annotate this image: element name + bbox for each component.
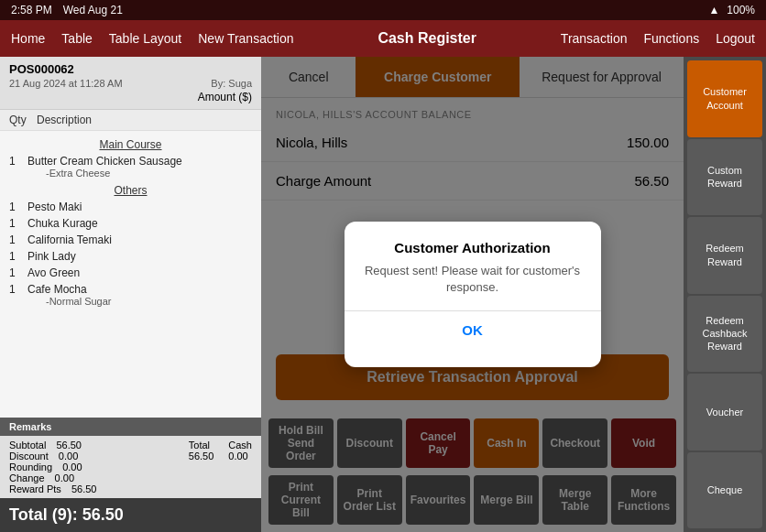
- nav-right: Transaction Functions Logout: [561, 31, 755, 46]
- nav-table-layout[interactable]: Table Layout: [109, 31, 181, 46]
- wifi-icon: ▲: [708, 4, 719, 16]
- order-by: By: Suga: [211, 78, 252, 89]
- battery-status: 100%: [727, 4, 755, 16]
- rounding-row: Rounding 0.00: [9, 461, 96, 472]
- nav-logout[interactable]: Logout: [716, 31, 755, 46]
- voucher-button[interactable]: Voucher: [687, 374, 762, 451]
- nav-functions[interactable]: Functions: [643, 31, 699, 46]
- alert-dialog: Customer Authorization Request sent! Ple…: [345, 222, 601, 367]
- change-row: Change 0.00: [9, 472, 96, 483]
- discount-row: Discount 0.00: [9, 451, 96, 461]
- section-main-course: Main Course: [9, 138, 252, 151]
- status-time: 2:58 PM: [11, 4, 52, 16]
- status-bar: 2:58 PM Wed Aug 21 ▲ 100%: [0, 0, 766, 20]
- reward-row: Reward Pts 56.50: [9, 483, 96, 494]
- nav-transaction[interactable]: Transaction: [561, 31, 628, 46]
- subtotal-row: Subtotal 56.50: [9, 440, 96, 451]
- col-qty: Qty: [9, 114, 37, 126]
- main-layout: POS000062 21 Aug 2024 at 11:28 AM By: Su…: [0, 57, 766, 532]
- list-item: 1 Pesto Maki: [9, 199, 252, 215]
- redeem-reward-button[interactable]: Redeem Reward: [687, 217, 762, 294]
- nav-bar: Home Table Table Layout New Transaction …: [0, 20, 766, 57]
- total-big: Total (9): 56.50: [0, 498, 261, 532]
- alert-message: Request sent! Please wait for customer's…: [359, 263, 586, 296]
- modal-overlay: Customer Authorization Request sent! Ple…: [261, 57, 684, 532]
- list-item: 1 California Temaki: [9, 232, 252, 248]
- alert-title: Customer Authorization: [359, 240, 586, 255]
- item-qty: 1: [9, 155, 27, 179]
- order-columns: Qty Description: [0, 110, 261, 131]
- left-panel: POS000062 21 Aug 2024 at 11:28 AM By: Su…: [0, 57, 261, 532]
- list-item: 1 Pink Lady: [9, 248, 252, 265]
- customer-account-button[interactable]: Customer Account: [687, 60, 762, 137]
- amount-label: Amount ($): [9, 91, 252, 103]
- remarks-label: Remarks: [0, 418, 261, 436]
- nav-title: Cash Register: [294, 30, 561, 47]
- nav-table[interactable]: Table: [61, 31, 92, 46]
- nav-home[interactable]: Home: [11, 31, 45, 46]
- list-item: 1 Chuka Kurage: [9, 215, 252, 232]
- order-meta: 21 Aug 2024 at 11:28 AM By: Suga: [9, 78, 252, 89]
- cash-col-label: Cash: [228, 440, 252, 451]
- order-items: Main Course 1 Butter Cream Chicken Sausa…: [0, 131, 261, 418]
- col-desc: Description: [37, 114, 252, 126]
- list-item: 1 Cafe Mocha -Normal Sugar: [9, 281, 252, 309]
- cheque-button[interactable]: Cheque: [687, 452, 762, 529]
- status-date: Wed Aug 21: [63, 4, 123, 16]
- alert-ok-button[interactable]: OK: [359, 311, 586, 349]
- pos-number: POS000062: [9, 62, 252, 76]
- order-header: POS000062 21 Aug 2024 at 11:28 AM By: Su…: [0, 57, 261, 110]
- nav-new-transaction[interactable]: New Transaction: [198, 31, 293, 46]
- item-name: Butter Cream Chicken Sausage: [27, 155, 252, 168]
- list-item: 1 Butter Cream Chicken Sausage -Extra Ch…: [9, 153, 252, 180]
- total-col-label: Total: [189, 440, 214, 451]
- list-item: 1 Avo Green: [9, 265, 252, 281]
- nav-left: Home Table Table Layout New Transaction: [11, 31, 294, 46]
- redeem-cashback-button[interactable]: Redeem Cashback Reward: [687, 296, 762, 373]
- right-panel: Customer Account Custom Reward Redeem Re…: [684, 57, 766, 532]
- item-extra: -Extra Cheese: [27, 168, 252, 179]
- order-totals: Subtotal 56.50 Discount 0.00 Rounding 0.…: [0, 436, 261, 498]
- order-date: 21 Aug 2024 at 11:28 AM: [9, 78, 123, 89]
- custom-reward-button[interactable]: Custom Reward: [687, 139, 762, 216]
- center-panel: 0.00 Cancel Charge Customer Request for …: [261, 57, 684, 532]
- section-others: Others: [9, 184, 252, 197]
